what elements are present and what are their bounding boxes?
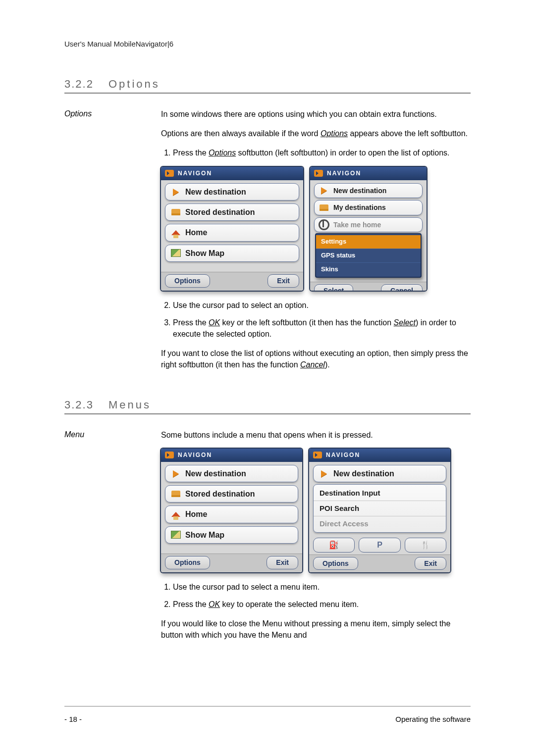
menu-item-new-destination[interactable]: New destination <box>313 465 446 482</box>
menu-item-take-me-home[interactable]: Take me home <box>314 217 423 232</box>
fuel-icon: ⛽ <box>329 539 339 551</box>
section-number: 3.2.2 <box>64 78 94 91</box>
navigon-logo-icon <box>313 452 322 458</box>
destination-submenu: Destination Input POI Search Direct Acce… <box>313 484 446 532</box>
section-title: Options <box>108 78 160 91</box>
page-footer: - 18 - Operating the software <box>64 715 471 723</box>
paragraph: If you want to close the list of options… <box>161 348 471 370</box>
folder-icon <box>170 490 181 499</box>
device-titlebar: NAVIGON <box>310 167 427 180</box>
device-titlebar: NAVIGON <box>161 167 303 180</box>
device-screenshot-destination-menu: NAVIGON New destination Destination Inpu… <box>309 449 450 572</box>
arrow-right-icon <box>170 469 181 478</box>
menu-item-new-destination[interactable]: New destination <box>165 183 299 201</box>
menu-item-show-map[interactable]: Show Map <box>165 245 299 262</box>
popup-item-gps-status[interactable]: GPS status <box>316 249 421 263</box>
paragraph: Some buttons include a menu that opens w… <box>161 429 471 441</box>
quick-button-restaurant[interactable]: 🍴 <box>405 538 446 553</box>
parking-icon: P <box>377 539 382 551</box>
step: Press the OK key or the left softbutton … <box>173 317 471 340</box>
screenshot-row: NAVIGON New destination Stored destinati… <box>161 167 471 291</box>
page-number: - 18 - <box>64 715 82 723</box>
navigon-logo-icon <box>165 170 174 177</box>
folder-icon <box>170 208 181 217</box>
softbutton-cancel[interactable]: Cancel <box>381 284 423 290</box>
quick-button-fuel[interactable]: ⛽ <box>313 538 355 553</box>
quick-button-parking[interactable]: P <box>359 538 400 553</box>
step: Press the Options softbutton (left softb… <box>173 147 471 158</box>
section-head-menus: 3.2.3 Menus <box>64 399 471 414</box>
margin-label-menu: Menu <box>64 429 151 649</box>
softbutton-exit[interactable]: Exit <box>267 556 298 569</box>
device-brand: NAVIGON <box>327 169 361 178</box>
popup-item-settings[interactable]: Settings <box>316 235 421 249</box>
softbutton-select[interactable]: Select <box>314 284 353 290</box>
body-text-menus: Some buttons include a menu that opens w… <box>161 429 471 649</box>
softbutton-exit[interactable]: Exit <box>415 557 446 570</box>
restaurant-icon: 🍴 <box>421 539 430 551</box>
paragraph: If you would like to close the Menu with… <box>161 618 471 641</box>
options-popup: Settings GPS status Skins <box>315 233 422 278</box>
footer-chapter: Operating the software <box>395 715 471 723</box>
menu-item-new-destination[interactable]: New destination <box>165 465 298 482</box>
section-number: 3.2.3 <box>64 399 94 411</box>
menu-item-home[interactable]: Home <box>165 505 298 523</box>
arrow-right-icon <box>319 469 329 478</box>
navigon-logo-icon <box>314 170 323 177</box>
home-icon <box>170 228 181 237</box>
paragraph: In some windows there are options using … <box>161 108 471 120</box>
device-titlebar: NAVIGON <box>161 449 302 462</box>
device-titlebar: NAVIGON <box>309 449 450 462</box>
step: Use the cursor pad to select an option. <box>173 300 471 311</box>
device-screenshot-options-popup: NAVIGON New destination My destinations <box>310 167 427 291</box>
menu-item-new-destination[interactable]: New destination <box>314 183 423 198</box>
menu-item-home[interactable]: Home <box>165 224 299 241</box>
running-head: User's Manual MobileNavigator|6 <box>64 40 471 48</box>
step: Press the OK key to operate the selected… <box>173 599 471 610</box>
popup-item-skins[interactable]: Skins <box>316 263 421 276</box>
step: Use the cursor pad to select a menu item… <box>173 581 471 593</box>
map-icon <box>170 249 181 257</box>
softbutton-options[interactable]: Options <box>313 557 358 570</box>
device-screenshot-main: NAVIGON New destination Stored destinati… <box>161 449 302 572</box>
menu-item-stored-destination[interactable]: Stored destination <box>165 203 299 221</box>
arrow-right-icon <box>170 188 181 197</box>
device-brand: NAVIGON <box>326 451 360 459</box>
footer-rule <box>64 706 471 706</box>
steering-wheel-icon <box>319 220 329 229</box>
folder-icon <box>319 203 329 212</box>
body-text-options: In some windows there are options using … <box>161 108 471 379</box>
softbutton-options[interactable]: Options <box>165 274 210 287</box>
submenu-item-destination-input[interactable]: Destination Input <box>314 486 446 501</box>
submenu-item-poi-search[interactable]: POI Search <box>314 501 446 516</box>
menu-item-stored-destination[interactable]: Stored destination <box>165 485 298 503</box>
section-head-options: 3.2.2 Options <box>64 78 471 94</box>
navigon-logo-icon <box>165 452 174 458</box>
arrow-right-icon <box>319 186 329 195</box>
menu-item-show-map[interactable]: Show Map <box>165 526 298 544</box>
screenshot-row: NAVIGON New destination Stored destinati… <box>161 449 471 572</box>
submenu-item-direct-access[interactable]: Direct Access <box>314 516 446 531</box>
device-brand: NAVIGON <box>178 169 212 178</box>
home-icon <box>170 510 181 519</box>
margin-label-options: Options <box>64 108 151 379</box>
softbutton-exit[interactable]: Exit <box>268 274 299 287</box>
paragraph: Options are then always available if the… <box>161 128 471 139</box>
menu-item-my-destinations[interactable]: My destinations <box>314 200 423 215</box>
device-screenshot-main: NAVIGON New destination Stored destinati… <box>161 167 303 291</box>
softbutton-options[interactable]: Options <box>165 556 210 569</box>
manual-page: User's Manual MobileNavigator|6 3.2.2 Op… <box>0 0 535 756</box>
section-title: Menus <box>108 399 151 411</box>
quick-access-row: ⛽ P 🍴 <box>313 538 446 553</box>
map-icon <box>170 530 181 539</box>
device-brand: NAVIGON <box>178 451 212 459</box>
